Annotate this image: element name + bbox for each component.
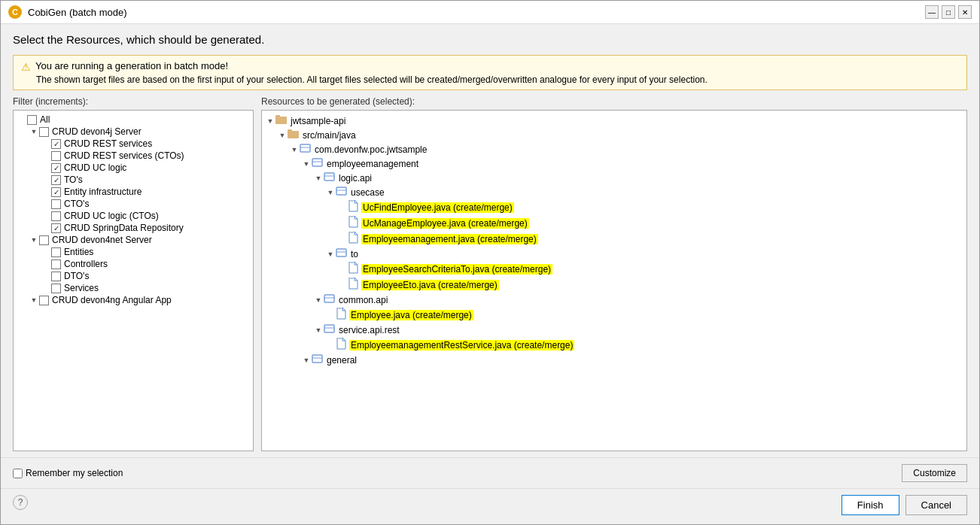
left-tree-item-crud-spring-repo[interactable]: CRUD SpringData Repository	[14, 222, 253, 234]
tree-checkbox-crud-uc-logic-ctos[interactable]	[51, 211, 61, 221]
tree-checkbox-dtos[interactable]	[51, 272, 61, 281]
right-tree-item[interactable]: ▼general	[262, 353, 966, 367]
tree-checkbox-crud-rest[interactable]	[51, 139, 61, 149]
left-tree-item-entities[interactable]: Entities	[14, 246, 253, 258]
tree-toggle-icon[interactable]	[325, 310, 336, 320]
help-icon[interactable]: ?	[13, 495, 28, 510]
right-tree-item[interactable]: UcManageEmployee.java (create/merge)	[262, 215, 966, 231]
left-tree-item-tos[interactable]: TO's	[14, 174, 253, 186]
tree-toggle[interactable]	[41, 223, 51, 233]
finish-button[interactable]: Finish	[842, 495, 899, 515]
tree-toggle-icon[interactable]: ▼	[265, 116, 275, 126]
left-tree-item-crud-uc-logic-ctos[interactable]: CRUD UC logic (CTOs)	[14, 210, 253, 222]
right-tree-item[interactable]: ▼service.api.rest	[262, 323, 966, 337]
remember-label[interactable]: Remember my selection	[13, 468, 123, 478]
tree-checkbox-services[interactable]	[51, 284, 61, 293]
tree-checkbox-crud-devon4net[interactable]	[39, 235, 49, 245]
tree-toggle[interactable]: ▼	[29, 126, 39, 137]
tree-toggle-icon[interactable]	[325, 340, 336, 351]
tree-checkbox-entity-infra[interactable]	[51, 187, 61, 197]
tree-label: All	[40, 114, 50, 125]
tree-toggle[interactable]	[41, 187, 51, 197]
tree-toggle-icon[interactable]: ▼	[301, 159, 312, 169]
tree-toggle[interactable]	[41, 211, 51, 221]
left-tree-item-crud-devon4j[interactable]: ▼CRUD devon4j Server	[14, 126, 253, 138]
tree-toggle[interactable]	[41, 150, 51, 161]
tree-checkbox-all[interactable]	[27, 115, 37, 125]
tree-toggle[interactable]: ▼	[29, 235, 39, 245]
right-tree-item[interactable]: ▼usecase	[262, 185, 966, 199]
tree-toggle[interactable]	[41, 174, 51, 185]
left-tree-item-controllers[interactable]: Controllers	[14, 258, 253, 270]
left-tree-item-services[interactable]: Services	[14, 282, 253, 294]
tree-toggle-icon[interactable]: ▼	[325, 187, 336, 198]
right-tree-item[interactable]: ▼to	[262, 247, 966, 261]
right-tree-item[interactable]: ▼logic.api	[262, 171, 966, 185]
tree-toggle-icon[interactable]	[337, 202, 348, 213]
tree-checkbox-crud-spring-repo[interactable]	[51, 223, 61, 233]
minimize-button[interactable]: —	[925, 5, 939, 19]
tree-toggle[interactable]	[41, 138, 51, 149]
right-tree-item[interactable]: ▼com.devonfw.poc.jwtsample	[262, 142, 966, 156]
remember-checkbox[interactable]	[13, 469, 23, 478]
left-tree-item-crud-devon4net[interactable]: ▼CRUD devon4net Server	[14, 234, 253, 246]
maximize-button[interactable]: □	[942, 5, 955, 19]
right-tree-item[interactable]: EmployeeSearchCriteriaTo.java (create/me…	[262, 261, 966, 277]
right-tree-item[interactable]: ▼src/main/java	[262, 128, 966, 142]
tree-toggle-icon[interactable]: ▼	[313, 295, 324, 305]
left-tree-item-crud-rest[interactable]: CRUD REST services	[14, 138, 253, 150]
tree-toggle-icon[interactable]: ▼	[301, 355, 312, 366]
right-tree-item[interactable]: Employee.java (create/merge)	[262, 307, 966, 323]
file-icon	[348, 278, 358, 292]
left-tree-item-dtos[interactable]: DTO's	[14, 270, 253, 282]
tree-toggle[interactable]	[41, 199, 51, 209]
right-tree-item[interactable]: Employeemanagement.java (create/merge)	[262, 231, 966, 247]
package-icon	[324, 323, 336, 336]
left-tree-item-all[interactable]: All	[14, 114, 253, 126]
close-button[interactable]: ✕	[958, 5, 972, 19]
package-icon	[312, 157, 324, 170]
left-tree-item-crud-devon4ng[interactable]: ▼CRUD devon4ng Angular App	[14, 294, 253, 306]
tree-toggle-icon[interactable]: ▼	[289, 144, 300, 155]
tree-checkbox-controllers[interactable]	[51, 259, 61, 269]
tree-toggle-icon[interactable]: ▼	[313, 325, 324, 335]
tree-toggle-icon[interactable]	[337, 234, 348, 244]
right-tree-item[interactable]: ▼jwtsample-api	[262, 114, 966, 128]
left-tree-item-crud-uc-logic[interactable]: CRUD UC logic	[14, 162, 253, 174]
tree-checkbox-entities[interactable]	[51, 247, 61, 257]
tree-checkbox-ctos[interactable]	[51, 199, 61, 209]
tree-toggle-icon[interactable]	[337, 264, 348, 275]
file-icon	[348, 262, 358, 276]
tree-checkbox-crud-uc-logic[interactable]	[51, 163, 61, 173]
tree-toggle-icon[interactable]: ▼	[313, 173, 324, 184]
svg-rect-10	[336, 187, 346, 195]
left-tree-item-ctos[interactable]: CTO's	[14, 198, 253, 210]
left-tree-item-entity-infra[interactable]: Entity infrastructure	[14, 186, 253, 198]
right-tree-item[interactable]: ▼common.api	[262, 293, 966, 307]
tree-toggle[interactable]	[41, 247, 51, 257]
tree-checkbox-crud-devon4ng[interactable]	[39, 296, 49, 305]
tree-toggle[interactable]: ▼	[29, 295, 39, 305]
tree-toggle-icon[interactable]: ▼	[325, 249, 336, 259]
tree-checkbox-crud-devon4j[interactable]	[39, 127, 49, 137]
package-icon	[336, 247, 348, 260]
tree-toggle[interactable]	[41, 162, 51, 173]
tree-checkbox-crud-rest-ctos[interactable]	[51, 151, 61, 161]
right-tree-item[interactable]: EmployeemanagementRestService.java (crea…	[262, 337, 966, 353]
cancel-button[interactable]: Cancel	[905, 495, 967, 515]
right-tree-item[interactable]: UcFindEmployee.java (create/merge)	[262, 199, 966, 215]
left-tree[interactable]: All▼CRUD devon4j ServerCRUD REST service…	[13, 110, 254, 451]
tree-checkbox-tos[interactable]	[51, 175, 61, 185]
tree-toggle[interactable]	[41, 283, 51, 293]
left-tree-item-crud-rest-ctos[interactable]: CRUD REST services (CTOs)	[14, 150, 253, 162]
right-tree-item[interactable]: ▼employeemanagement	[262, 156, 966, 171]
tree-toggle-icon[interactable]	[337, 280, 348, 290]
tree-toggle-icon[interactable]: ▼	[277, 130, 288, 141]
right-tree-item[interactable]: EmployeeEto.java (create/merge)	[262, 277, 966, 293]
tree-toggle[interactable]	[17, 114, 27, 125]
right-tree[interactable]: ▼jwtsample-api▼src/main/java▼com.devonfw…	[261, 110, 967, 451]
customize-button[interactable]: Customize	[902, 464, 967, 482]
tree-toggle[interactable]	[41, 259, 51, 269]
tree-toggle[interactable]	[41, 271, 51, 281]
tree-toggle-icon[interactable]	[337, 218, 348, 229]
